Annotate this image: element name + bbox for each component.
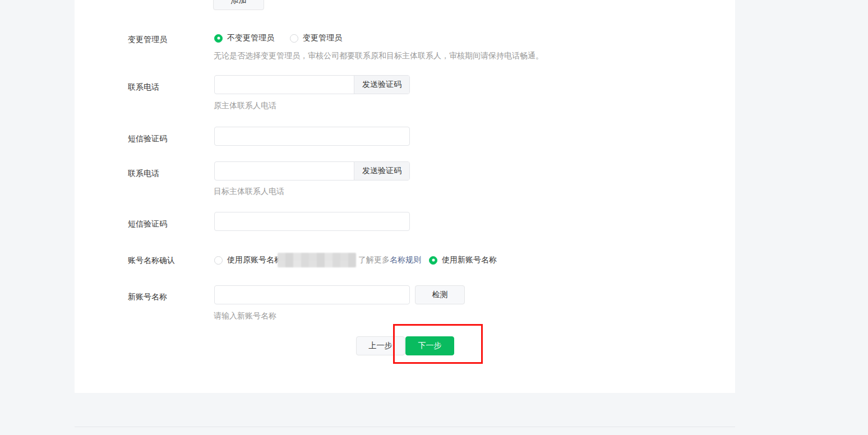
- radio-use-new-name[interactable]: 使用新账号名称: [429, 255, 497, 265]
- add-button[interactable]: 添加: [213, 0, 264, 10]
- original-phone-input[interactable]: [215, 76, 354, 94]
- original-phone-label: 联系电话: [128, 81, 212, 92]
- admin-change-note: 无论是否选择变更管理员，审核公司都要联系原和目标主体联系人，审核期间请保持电话畅…: [214, 50, 543, 61]
- page: 添加 变更管理员 不变更管理员 变更管理员 无论是否选择变更管理员，审核公司都要…: [0, 0, 868, 435]
- radio-use-original-name[interactable]: 使用原账号名称: [214, 255, 282, 265]
- target-sms-input[interactable]: [214, 212, 410, 231]
- new-account-name-input[interactable]: [214, 285, 410, 304]
- prev-step-button[interactable]: 上一步: [356, 336, 405, 355]
- original-send-code-button[interactable]: 发送验证码: [354, 76, 409, 94]
- radio-use-original-name-label: 使用原账号名称: [227, 255, 282, 265]
- original-phone-group: 发送验证码: [214, 75, 410, 94]
- learn-more-text: 了解更多: [358, 255, 390, 265]
- radio-use-new-name-label: 使用新账号名称: [442, 255, 497, 265]
- radio-selected-icon[interactable]: [429, 256, 437, 265]
- target-phone-group: 发送验证码: [214, 161, 410, 181]
- radio-unselected-icon[interactable]: [290, 34, 298, 43]
- name-rules-link[interactable]: 名称规则: [390, 255, 421, 265]
- target-send-code-button[interactable]: 发送验证码: [354, 162, 409, 180]
- new-account-name-helper: 请输入新账号名称: [214, 310, 276, 321]
- admin-change-radio-group: 不变更管理员 变更管理员: [214, 33, 342, 43]
- target-sms-label: 短信验证码: [128, 218, 212, 229]
- radio-no-admin-change-label: 不变更管理员: [227, 33, 274, 43]
- original-sms-label: 短信验证码: [128, 133, 212, 144]
- target-phone-helper: 目标主体联系人电话: [214, 186, 284, 197]
- next-step-button[interactable]: 下一步: [405, 336, 454, 355]
- radio-selected-icon[interactable]: [214, 34, 223, 43]
- account-name-radio-group: 使用原账号名称 了解更多 名称规则 使用新账号名称: [214, 253, 497, 267]
- check-name-button[interactable]: 检测: [415, 285, 465, 304]
- redacted-account-name: [278, 253, 356, 267]
- target-phone-input[interactable]: [215, 162, 354, 180]
- admin-change-label: 变更管理员: [128, 34, 212, 45]
- radio-admin-change-label: 变更管理员: [303, 33, 342, 43]
- new-account-name-label: 新账号名称: [128, 291, 212, 302]
- account-name-confirm-label: 账号名称确认: [128, 254, 212, 266]
- original-phone-helper: 原主体联系人电话: [214, 100, 276, 111]
- original-sms-input[interactable]: [214, 127, 410, 146]
- radio-unselected-icon[interactable]: [214, 256, 223, 265]
- radio-no-admin-change[interactable]: 不变更管理员: [214, 33, 274, 43]
- target-phone-label: 联系电话: [128, 168, 212, 179]
- footer-divider: [75, 427, 735, 427]
- radio-admin-change[interactable]: 变更管理员: [290, 33, 342, 43]
